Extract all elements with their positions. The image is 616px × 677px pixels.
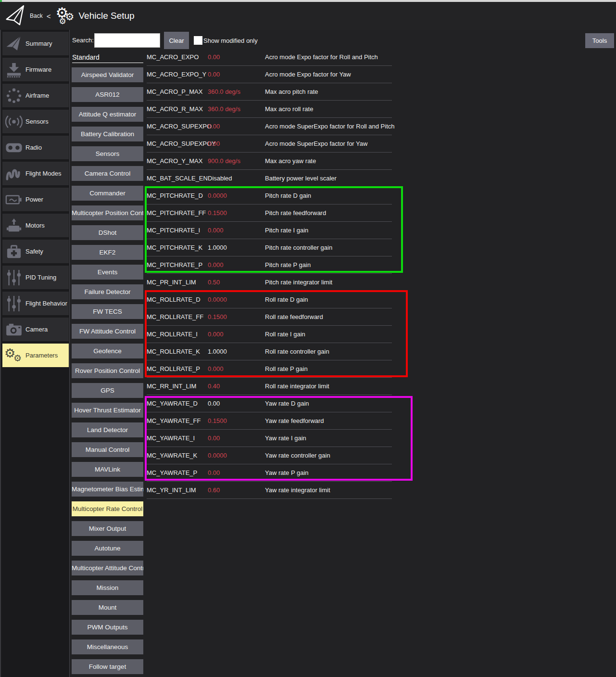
category-battery-calibration[interactable]: Battery Calibration [72, 127, 143, 141]
sidebar-item-safety[interactable]: Safety [2, 240, 69, 263]
sidebar-item-parameters[interactable]: ⚙⚙Parameters [2, 344, 69, 367]
category-multicopter-attitude-control[interactable]: Multicopter Attitude Control [72, 561, 143, 575]
category-multicopter-rate-control[interactable]: Multicopter Rate Control [72, 501, 143, 516]
parameter-name: MC_ROLLRATE_D [147, 296, 208, 303]
category-gps[interactable]: GPS [72, 383, 143, 398]
sidebar-item-firmware[interactable]: Firmware [2, 58, 69, 81]
parameter-description: Max acro pitch rate [265, 88, 318, 95]
parameter-description: Yaw rate feedforward [265, 417, 324, 424]
category-events[interactable]: Events [72, 265, 143, 280]
breadcrumb-separator: < [47, 12, 51, 20]
parameter-name: MC_BAT_SCALE_EN [147, 175, 208, 182]
parameter-name: MC_ACRO_EXPO_Y [147, 71, 208, 78]
category-asr012[interactable]: ASR012 [72, 87, 143, 102]
category-manual-control[interactable]: Manual Control [72, 442, 143, 457]
parameter-description: Yaw rate integrator limit [265, 486, 330, 494]
parameter-value: 0.00 [208, 71, 265, 78]
parameter-value: 0.50 [208, 279, 265, 286]
category-dshot[interactable]: DShot [72, 225, 143, 240]
parameter-row[interactable]: MC_ACRO_SUPEXPOY0.00Acro mode SuperExpo … [147, 135, 392, 153]
category-attitude-q-estimator[interactable]: Attitude Q estimator [72, 107, 143, 122]
sidebar-item-airframe[interactable]: Airframe [2, 84, 69, 107]
category-autotune[interactable]: Autotune [72, 541, 143, 556]
clear-button[interactable]: Clear [164, 32, 189, 49]
category-follow-target[interactable]: Follow target [72, 659, 143, 674]
parameter-row[interactable]: MC_ACRO_EXPO0.00Acro mode Expo factor fo… [147, 49, 392, 66]
parameter-row[interactable]: MC_ROLLRATE_FF0.1500Roll rate feedforwar… [147, 308, 392, 326]
parameter-row[interactable]: MC_PR_INT_LIM0.50Pitch rate integrator l… [147, 274, 392, 291]
parameter-name: MC_ACRO_SUPEXPO [147, 123, 208, 130]
sidebar-item-pid-tuning[interactable]: PID Tuning [2, 266, 69, 289]
parameter-description: Yaw rate D gain [265, 400, 309, 407]
parameter-description: Acro mode Expo factor for Yaw [265, 71, 351, 78]
show-modified-checkbox[interactable] [194, 36, 202, 45]
sidebar-item-power[interactable]: Power [2, 188, 69, 211]
category-miscellaneous[interactable]: Miscellaneous [72, 639, 143, 654]
sidebar-item-flight-behavior[interactable]: Flight Behavior [2, 292, 69, 315]
parameter-row[interactable]: MC_PITCHRATE_I0.000Pitch rate I gain [147, 222, 392, 239]
category-ekf2[interactable]: EKF2 [72, 245, 143, 260]
category-pwm-outputs[interactable]: PWM Outputs [72, 620, 143, 635]
parameter-row[interactable]: MC_YAWRATE_D0.00Yaw rate D gain [147, 395, 392, 412]
category-commander[interactable]: Commander [72, 186, 143, 201]
parameter-row[interactable]: MC_ACRO_R_MAX360.0 deg/sMax acro roll ra… [147, 101, 392, 118]
parameter-row[interactable]: MC_YR_INT_LIM0.60Yaw rate integrator lim… [147, 482, 392, 499]
parameter-description: Roll rate I gain [265, 331, 305, 338]
category-magnetometer-bias-estimator[interactable]: Magnetometer Bias Estimator [72, 482, 143, 497]
parameter-row[interactable]: MC_YAWRATE_FF0.1500Yaw rate feedforward [147, 412, 392, 430]
category-mission[interactable]: Mission [72, 580, 143, 595]
parameter-row[interactable]: MC_YAWRATE_I0.00Yaw rate I gain [147, 430, 392, 447]
parameter-row[interactable]: MC_PITCHRATE_K1.0000Pitch rate controlle… [147, 239, 392, 256]
tools-button[interactable]: Tools [585, 33, 614, 48]
category-failure-detector[interactable]: Failure Detector [72, 284, 143, 299]
category-airspeed-validator[interactable]: Airspeed Validator [72, 67, 143, 82]
category-mount[interactable]: Mount [72, 600, 143, 615]
category-fw-tecs[interactable]: FW TECS [72, 304, 143, 319]
category-camera-control[interactable]: Camera Control [72, 166, 143, 181]
category-multicopter-position-control[interactable]: Multicopter Position Control [72, 205, 143, 220]
parameter-row[interactable]: MC_PITCHRATE_D0.0000Pitch rate D gain [147, 187, 392, 204]
parameter-row[interactable]: MC_ACRO_SUPEXPO0.00Acro mode SuperExpo f… [147, 118, 392, 135]
parameter-row[interactable]: MC_YAWRATE_P0.00Yaw rate P gain [147, 464, 392, 482]
sliders-icon [2, 295, 25, 312]
parameter-row[interactable]: MC_PITCHRATE_P0.000Pitch rate P gain [147, 256, 392, 274]
sidebar-item-motors[interactable]: Motors [2, 214, 69, 237]
parameter-name: MC_YAWRATE_P [147, 469, 208, 476]
parameter-value: 0.00 [208, 140, 265, 147]
parameter-row[interactable]: MC_ACRO_EXPO_Y0.00Acro mode Expo factor … [147, 66, 392, 83]
category-sensors[interactable]: Sensors [72, 146, 143, 161]
sidebar-item-flight-modes[interactable]: Flight Modes [2, 162, 69, 185]
category-hover-thrust-estimator[interactable]: Hover Thrust Estimator [72, 403, 143, 418]
category-land-detector[interactable]: Land Detector [72, 422, 143, 437]
sidebar-item-summary[interactable]: Summary [2, 32, 69, 55]
parameter-value: 0.000 [208, 331, 265, 338]
parameter-description: Yaw rate controller gain [265, 452, 330, 459]
parameter-description: Roll rate controller gain [265, 348, 329, 355]
sidebar-item-radio[interactable]: Radio [2, 136, 69, 159]
parameter-row[interactable]: MC_PITCHRATE_FF0.1500Pitch rate feedforw… [147, 204, 392, 222]
category-mixer-output[interactable]: Mixer Output [72, 521, 143, 536]
sidebar-item-camera[interactable]: Camera [2, 318, 69, 341]
parameter-name: MC_ACRO_Y_MAX [147, 157, 208, 165]
sidebar-item-label: Parameters [25, 352, 58, 359]
category-geofence[interactable]: Geofence [72, 344, 143, 358]
category-rover-position-control[interactable]: Rover Position Control [72, 363, 143, 378]
parameter-row[interactable]: MC_YAWRATE_K0.0000Yaw rate controller ga… [147, 447, 392, 464]
parameter-row[interactable]: MC_BAT_SCALE_ENDisabledBattery power lev… [147, 170, 392, 187]
parameter-name: MC_YAWRATE_D [147, 400, 208, 407]
category-fw-attitude-control[interactable]: FW Attitude Control [72, 324, 143, 339]
search-input[interactable] [94, 33, 160, 48]
parameter-row[interactable]: MC_ACRO_Y_MAX900.0 deg/sMax acro yaw rat… [147, 153, 392, 170]
parameter-row[interactable]: MC_ROLLRATE_P0.000Roll rate P gain [147, 360, 392, 378]
parameter-row[interactable]: MC_ROLLRATE_I0.000Roll rate I gain [147, 326, 392, 343]
parameter-row[interactable]: MC_ROLLRATE_K1.0000Roll rate controller … [147, 343, 392, 360]
sidebar-item-sensors[interactable]: Sensors [2, 110, 69, 133]
parameter-row[interactable]: MC_ACRO_P_MAX360.0 deg/sMax acro pitch r… [147, 83, 392, 101]
parameter-row[interactable]: MC_ROLLRATE_D0.0000Roll rate D gain [147, 291, 392, 308]
sidebar-item-label: Firmware [25, 66, 51, 73]
parameter-value: 1.0000 [208, 348, 265, 355]
parameter-row[interactable]: MC_RR_INT_LIM0.40Roll rate integrator li… [147, 378, 392, 395]
category-mavlink[interactable]: MAVLink [72, 462, 143, 477]
back-button[interactable]: Back [30, 13, 43, 19]
sidebar-item-label: Sensors [25, 118, 49, 125]
